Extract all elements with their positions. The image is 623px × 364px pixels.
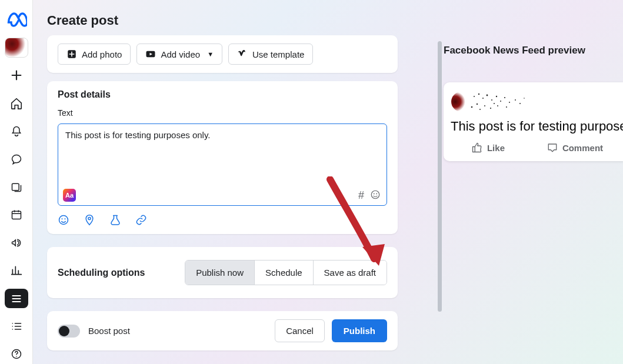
scrollbar-thumb[interactable] [438, 41, 442, 312]
location-icon[interactable] [84, 214, 95, 226]
link-icon[interactable] [135, 214, 147, 226]
preview-comment-button[interactable]: Comment [547, 142, 603, 153]
vimeo-icon [237, 49, 248, 59]
ads-icon[interactable] [5, 233, 28, 252]
svg-point-20 [504, 97, 505, 98]
todo-icon[interactable] [5, 316, 28, 336]
notifications-icon[interactable] [5, 122, 28, 141]
boost-post-toggle[interactable] [58, 325, 80, 338]
svg-point-15 [482, 98, 484, 99]
inbox-icon[interactable] [5, 149, 28, 169]
preview-comment-label: Comment [562, 143, 603, 153]
post-text-wrapper: Aa # [58, 123, 387, 206]
help-icon[interactable] [5, 345, 28, 364]
post-details-title: Post details [58, 89, 387, 100]
publish-now-option[interactable]: Publish now [185, 261, 254, 285]
svg-point-23 [484, 105, 485, 106]
add-video-label: Add video [161, 49, 200, 59]
scheduling-card: Scheduling options Publish now Schedule … [47, 247, 398, 298]
use-template-button[interactable]: Use template [228, 44, 313, 65]
svg-point-12 [451, 92, 471, 112]
planner-icon[interactable] [5, 205, 28, 225]
svg-point-9 [62, 218, 63, 219]
svg-point-21 [509, 102, 510, 103]
svg-point-10 [65, 218, 66, 219]
svg-point-25 [497, 105, 498, 106]
content-icon[interactable] [5, 177, 28, 196]
svg-point-16 [487, 95, 488, 96]
svg-point-19 [500, 101, 501, 102]
preview-card: This post is for testing purposes o Like… [444, 82, 623, 161]
svg-rect-0 [12, 183, 19, 191]
home-icon[interactable] [5, 93, 28, 113]
svg-point-8 [59, 216, 68, 225]
post-text-input[interactable] [65, 130, 379, 186]
svg-point-31 [479, 109, 481, 110]
add-photo-label: Add photo [82, 49, 122, 59]
post-details-card: Post details Text Aa # [47, 81, 398, 234]
svg-point-14 [478, 93, 479, 95]
svg-point-6 [374, 193, 375, 194]
svg-point-32 [494, 103, 495, 104]
footer-card: Boost post Cancel Publish [47, 311, 398, 350]
meta-logo[interactable] [6, 8, 27, 29]
preview-title: Facebook News Feed preview [444, 45, 585, 56]
svg-point-28 [519, 103, 521, 104]
media-card: Add photo Add video ▼ Use template [47, 35, 398, 73]
video-icon [145, 49, 156, 59]
cancel-button[interactable]: Cancel [275, 319, 325, 342]
page-title: Create post [47, 13, 118, 28]
svg-point-22 [477, 103, 478, 105]
svg-point-24 [490, 108, 491, 109]
scheduling-segmented-control: Publish now Schedule Save as draft [185, 260, 387, 285]
photo-icon [66, 49, 77, 59]
svg-point-29 [524, 98, 525, 99]
add-video-button[interactable]: Add video ▼ [136, 44, 222, 65]
text-field-label: Text [58, 108, 387, 118]
svg-point-11 [88, 217, 91, 219]
schedule-option[interactable]: Schedule [254, 261, 313, 285]
svg-point-5 [371, 191, 379, 199]
all-tools-icon[interactable] [5, 289, 28, 308]
save-as-draft-option[interactable]: Save as draft [313, 261, 387, 285]
feeling-icon[interactable] [58, 214, 69, 226]
publish-button[interactable]: Publish [332, 319, 387, 342]
svg-rect-1 [12, 212, 21, 219]
preview-page-avatar [451, 89, 533, 114]
svg-point-18 [496, 96, 497, 97]
hashtag-icon[interactable]: # [358, 189, 364, 202]
svg-point-27 [515, 99, 516, 101]
left-navigation-rail [0, 0, 33, 364]
svg-point-7 [376, 193, 377, 194]
svg-point-13 [474, 96, 475, 97]
svg-point-26 [506, 106, 507, 108]
add-photo-button[interactable]: Add photo [58, 44, 131, 65]
use-template-label: Use template [252, 49, 304, 59]
main-area: Create post Add photo Add video ▼ [33, 0, 623, 364]
preview-post-text: This post is for testing purposes o [451, 119, 623, 134]
preview-like-label: Like [487, 143, 505, 153]
svg-point-17 [491, 99, 492, 101]
preview-like-button[interactable]: Like [472, 142, 505, 153]
text-background-icon[interactable]: Aa [63, 189, 76, 202]
insights-icon[interactable] [5, 261, 28, 280]
chevron-down-icon: ▼ [207, 51, 214, 58]
ab-test-icon[interactable] [109, 214, 121, 226]
svg-point-30 [471, 106, 473, 108]
page-avatar[interactable] [5, 38, 28, 58]
create-icon[interactable] [5, 66, 28, 85]
scheduling-title: Scheduling options [58, 268, 145, 278]
emoji-picker-icon[interactable] [370, 189, 381, 202]
boost-post-label: Boost post [88, 326, 130, 336]
